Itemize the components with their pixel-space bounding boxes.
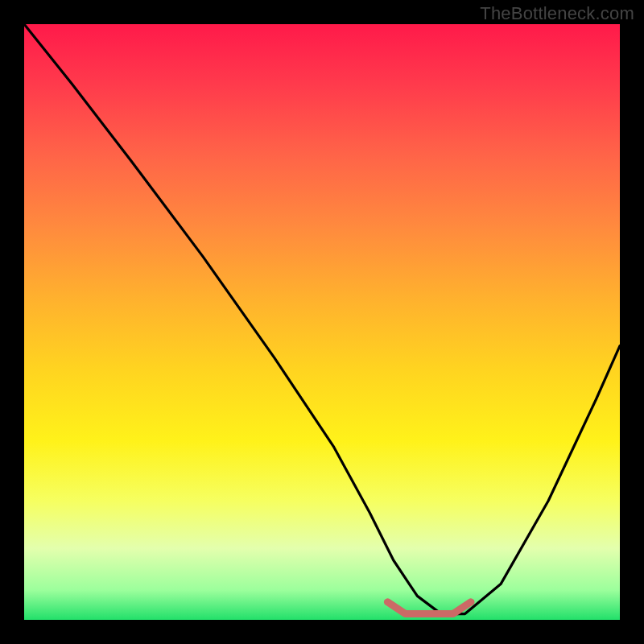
chart-container: TheBottleneck.com [0,0,644,644]
watermark-text: TheBottleneck.com [480,3,634,24]
bottleneck-curve [24,24,620,614]
plot-area [24,24,620,620]
plot-svg [24,24,620,620]
